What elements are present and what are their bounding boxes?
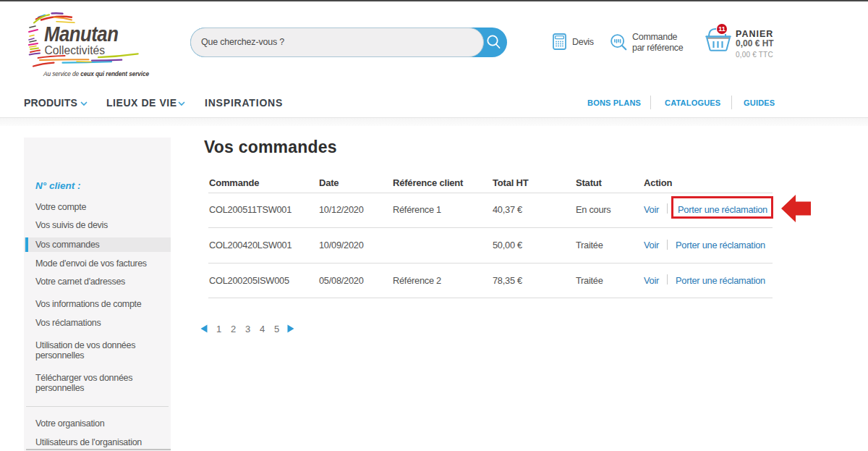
svg-text:Manutan: Manutan bbox=[44, 22, 118, 46]
svg-text:Collectivités: Collectivités bbox=[45, 43, 106, 56]
svg-text:11: 11 bbox=[718, 25, 726, 33]
